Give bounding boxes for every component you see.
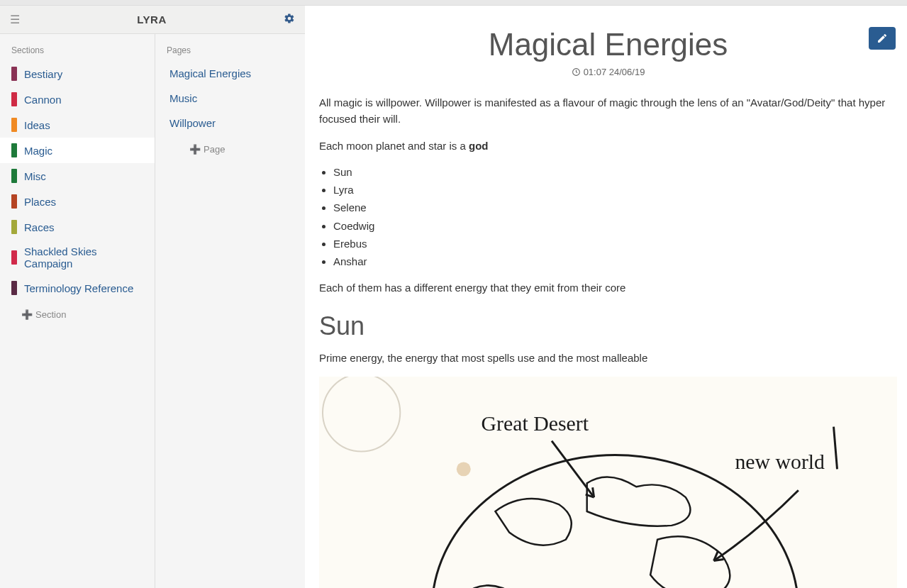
sketch-image: Great Desert new world	[319, 377, 897, 588]
section-label: Bestiary	[24, 68, 62, 80]
gods-list: SunLyraSeleneCoedwigErebusAnshar	[333, 164, 897, 270]
edit-button[interactable]	[869, 27, 896, 50]
section-color-swatch	[11, 281, 17, 295]
section-item-ideas[interactable]: Ideas	[0, 112, 155, 138]
section-item-terminology-reference[interactable]: Terminology Reference	[0, 275, 155, 301]
list-item: Sun	[333, 164, 897, 180]
page-item-music[interactable]: Music	[155, 86, 305, 111]
page-title: Magical Energies	[319, 27, 897, 62]
svg-point-3	[457, 462, 471, 476]
section-item-races[interactable]: Races	[0, 214, 155, 240]
section-item-shackled-skies-campaign[interactable]: Shackled Skies Campaign	[0, 240, 155, 275]
section-item-misc[interactable]: Misc	[0, 163, 155, 189]
section-item-bestiary[interactable]: Bestiary	[0, 61, 155, 87]
section-label: Cannon	[24, 94, 62, 106]
list-item: Lyra	[333, 182, 897, 198]
plus-icon: ➕	[21, 309, 33, 320]
section-label: Ideas	[24, 119, 50, 131]
section-color-swatch	[11, 194, 17, 209]
sections-column: Sections BestiaryCannonIdeasMagicMiscPla…	[0, 34, 155, 588]
app-title: LYRA	[137, 13, 166, 26]
main-content: Magical Energies 01:07 24/06/19 All magi…	[305, 6, 907, 588]
section-label: Races	[24, 221, 55, 233]
intro-paragraph: All magic is willpower. Willpower is man…	[319, 94, 897, 128]
energy-line: Each of them has a different energy that…	[319, 279, 897, 296]
add-page-button[interactable]: ➕ Page	[155, 135, 305, 160]
pages-column: Pages Magical EnergiesMusicWillpower ➕ P…	[155, 34, 305, 588]
sketch-label-newworld: new world	[735, 450, 825, 473]
sidebar-header: ☰ LYRA	[0, 6, 305, 34]
add-section-button[interactable]: ➕ Section	[0, 301, 155, 326]
section-color-swatch	[11, 92, 17, 106]
list-item: Anshar	[333, 253, 897, 270]
sun-heading: Sun	[319, 306, 897, 346]
page-item-magical-energies[interactable]: Magical Energies	[155, 61, 305, 86]
section-color-swatch	[11, 169, 17, 183]
section-item-places[interactable]: Places	[0, 189, 155, 214]
moon-line: Each moon planet and star is a god	[319, 138, 897, 154]
section-color-swatch	[11, 67, 17, 81]
list-item: Erebus	[333, 235, 897, 252]
sun-description: Prime energy, the energy that most spell…	[319, 350, 897, 366]
pages-label: Pages	[155, 43, 305, 61]
page-body: All magic is willpower. Willpower is man…	[319, 94, 897, 588]
section-color-swatch	[11, 250, 17, 265]
section-label: Magic	[24, 145, 52, 157]
add-section-label: Section	[35, 309, 66, 320]
sketch-label-desert: Great Desert	[482, 411, 589, 434]
add-page-label: Page	[204, 144, 225, 155]
section-color-swatch	[11, 143, 17, 157]
timestamp: 01:07 24/06/19	[319, 67, 897, 77]
pencil-icon	[877, 33, 888, 44]
section-item-cannon[interactable]: Cannon	[0, 87, 155, 112]
sidebar: ☰ LYRA Sections BestiaryCannonIdeasMagic…	[0, 6, 305, 588]
clock-icon	[572, 67, 581, 77]
svg-rect-1	[319, 377, 897, 588]
gear-icon[interactable]	[284, 13, 295, 26]
section-color-swatch	[11, 118, 17, 132]
timestamp-text: 01:07 24/06/19	[584, 67, 645, 77]
section-item-magic[interactable]: Magic	[0, 138, 155, 163]
section-label: Terminology Reference	[24, 282, 133, 294]
menu-icon[interactable]: ☰	[10, 13, 20, 26]
section-color-swatch	[11, 220, 17, 234]
section-label: Places	[24, 196, 56, 208]
list-item: Coedwig	[333, 218, 897, 234]
list-item: Selene	[333, 199, 897, 216]
section-label: Shackled Skies Campaign	[24, 245, 148, 270]
sections-label: Sections	[0, 43, 155, 61]
plus-icon: ➕	[189, 144, 201, 155]
section-label: Misc	[24, 170, 46, 182]
page-item-willpower[interactable]: Willpower	[155, 111, 305, 135]
